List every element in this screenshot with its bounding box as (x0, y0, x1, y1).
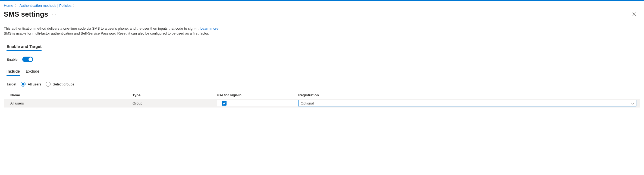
tab-exclude[interactable]: Exclude (26, 69, 39, 76)
col-name: Name (10, 93, 133, 97)
radio-icon (21, 82, 26, 87)
cell-type: Group (133, 101, 217, 105)
enable-label: Enable (7, 57, 17, 62)
chevron-right-icon: 〉 (73, 4, 76, 8)
description-line1b: . (218, 26, 219, 30)
more-icon[interactable]: ··· (52, 12, 56, 17)
breadcrumb-auth-methods[interactable]: Authentication methods | Policies (20, 4, 71, 8)
enable-toggle[interactable] (22, 57, 33, 62)
radio-select-groups-label: Select groups (53, 82, 74, 86)
radio-all-users-label: All users (28, 82, 41, 86)
registration-select[interactable]: Optional (298, 100, 636, 106)
table-header: Name Type Use for sign-in Registration (4, 91, 640, 99)
col-registration: Registration (298, 93, 640, 97)
description-line1a: This authentication method delivers a on… (4, 26, 200, 30)
close-button[interactable] (630, 10, 639, 19)
page-title: SMS settings (4, 10, 48, 19)
col-type: Type (133, 93, 217, 97)
col-signin: Use for sign-in (217, 93, 298, 97)
chevron-down-icon (631, 101, 634, 105)
cell-name: All users (10, 101, 133, 105)
target-label: Target (7, 82, 16, 86)
close-icon (632, 12, 636, 16)
targets-table: Name Type Use for sign-in Registration A… (4, 91, 640, 108)
cell-registration: Optional (298, 100, 640, 106)
tab-include[interactable]: Include (7, 69, 20, 76)
registration-select-value: Optional (301, 101, 314, 105)
tab-enable-and-target[interactable]: Enable and Target (7, 44, 42, 51)
check-icon (222, 102, 226, 105)
learn-more-link[interactable]: Learn more (200, 26, 218, 30)
breadcrumb-home[interactable]: Home (4, 4, 13, 8)
description: This authentication method delivers a on… (4, 26, 640, 36)
cell-signin (217, 100, 298, 106)
signin-checkbox[interactable] (222, 101, 227, 106)
radio-icon (46, 82, 51, 87)
description-line2: SMS is usable for multi-factor authentic… (4, 31, 209, 35)
radio-select-groups[interactable]: Select groups (46, 82, 74, 87)
radio-all-users[interactable]: All users (21, 82, 41, 87)
table-row: All users Group Optional (4, 99, 640, 108)
chevron-right-icon: 〉 (15, 4, 18, 8)
breadcrumb: Home 〉 Authentication methods | Policies… (4, 1, 640, 10)
toggle-knob (29, 57, 32, 61)
